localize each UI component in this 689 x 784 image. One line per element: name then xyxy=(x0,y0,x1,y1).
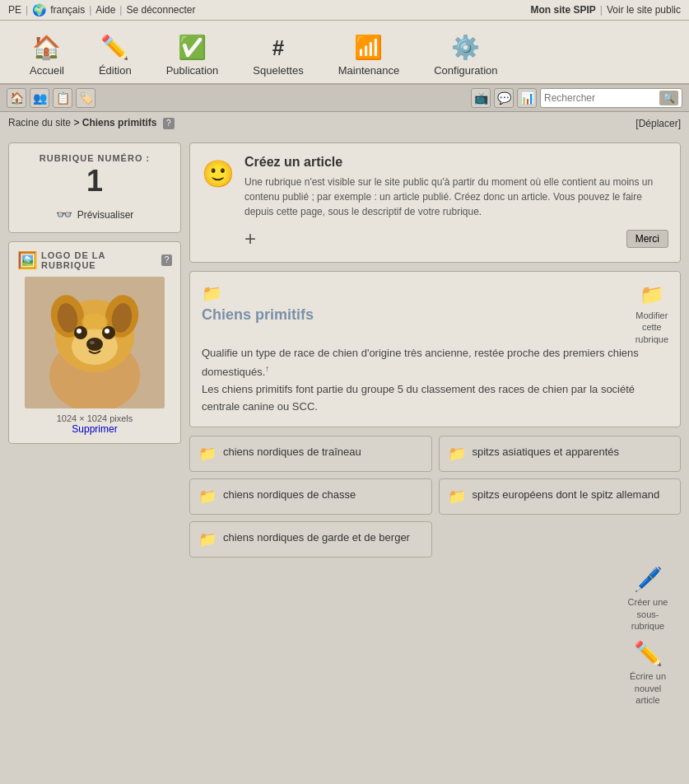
toolbar-chat-icon[interactable]: 💬 xyxy=(494,88,514,108)
deplacer-link[interactable]: [Déplacer] xyxy=(635,118,681,129)
subcat-folder-icon-1: 📁 xyxy=(448,445,466,463)
plus-icon[interactable]: + xyxy=(244,227,256,250)
toolbar-home-icon[interactable]: 🏠 xyxy=(7,88,26,108)
hash-icon: # xyxy=(272,35,284,61)
subcat-label-3: spitzs européens dont le spitz allemand xyxy=(473,488,660,502)
action-buttons: 🖊️ Créer unesous-rubrique ✏️ Écrire unno… xyxy=(189,566,681,706)
ecrire-article-icon: ✏️ xyxy=(634,640,663,667)
nav-bar: 🏠 Accueil ✏️ Édition ✅ Publication # Squ… xyxy=(0,21,689,85)
toolbar-left: 🏠 👥 📋 🏷️ xyxy=(7,88,95,108)
rubrique-section: 📁 Chiens primitifs 📁 Modifiercetterubriq… xyxy=(189,271,681,427)
nav-configuration[interactable]: ⚙️ Configuration xyxy=(421,27,510,83)
creer-sous-rubrique-button[interactable]: 🖊️ Créer unesous-rubrique xyxy=(615,566,681,632)
modifier-box[interactable]: 📁 Modifiercetterubrique xyxy=(635,283,668,345)
deconnecter-link[interactable]: Se déconnecter xyxy=(126,4,195,16)
toolbar-users-icon[interactable]: 👥 xyxy=(30,88,49,108)
nav-accueil[interactable]: 🏠 Accueil xyxy=(16,27,77,83)
nav-maintenance-label: Maintenance xyxy=(338,64,399,77)
wave-icon: 📶 xyxy=(354,34,383,61)
top-bar: PE | 🌍 français | Aide | Se déconnecter … xyxy=(0,0,689,21)
subcat-item[interactable]: 📁 chiens nordiques de chasse xyxy=(189,478,432,515)
subcat-label-4: chiens nordiques de garde et de berger xyxy=(223,530,410,545)
right-panel: 🙂 Créez un article Une rubrique n'est vi… xyxy=(189,142,681,706)
aide-link[interactable]: Aide xyxy=(95,4,115,16)
toolbar: 🏠 👥 📋 🏷️ 📺 💬 📊 🔍 xyxy=(0,85,689,112)
svg-point-12 xyxy=(86,338,103,351)
creer-rubrique-icon: 🖊️ xyxy=(634,566,663,593)
section-header: 📁 Chiens primitifs 📁 Modifiercetterubriq… xyxy=(202,283,668,345)
logo-header: 🖼️ LOGO DE LA RUBRIQUE ? xyxy=(17,250,172,270)
globe-icon: 🌍 xyxy=(32,3,46,16)
check-icon: ✅ xyxy=(178,34,207,61)
nav-squelettes-label: Squelettes xyxy=(253,64,303,77)
rubrique-title-area: 📁 Chiens primitifs xyxy=(202,283,314,332)
ecrire-article-label: Écrire unnouvelarticle xyxy=(630,670,666,706)
subcat-item[interactable]: 📁 spitzs asiatiques et apparentés xyxy=(439,436,682,472)
search-box[interactable]: 🔍 xyxy=(540,88,682,108)
rubrique-title: Chiens primitifs xyxy=(202,306,314,324)
section-folder-icon: 📁 xyxy=(202,283,314,303)
rubrique-label: RUBRIQUE NUMÉRO : xyxy=(19,153,170,163)
subcat-item[interactable]: 📁 chiens nordiques de garde et de berger xyxy=(189,521,432,558)
logo-add-icon: 🖼️ xyxy=(17,250,38,270)
nav-publication[interactable]: ✅ Publication xyxy=(153,27,232,83)
preview-label: Prévisualiser xyxy=(77,209,134,221)
toolbar-tag-icon[interactable]: 🏷️ xyxy=(76,88,95,108)
subcat-label-0: chiens nordiques de traîneau xyxy=(223,445,361,460)
nav-accueil-label: Accueil xyxy=(30,64,64,77)
subcat-folder-icon-0: 📁 xyxy=(198,445,216,463)
logo-box: 🖼️ LOGO DE LA RUBRIQUE ? xyxy=(8,241,181,444)
nav-maintenance[interactable]: 📶 Maintenance xyxy=(325,27,412,83)
edit-icon: ✏️ xyxy=(100,34,129,61)
svg-point-11 xyxy=(105,329,109,334)
dog-image xyxy=(25,277,165,408)
toolbar-stats-icon[interactable]: 📊 xyxy=(517,88,537,108)
img-info: 1024 × 1024 pixels xyxy=(17,413,172,423)
subcat-item[interactable]: 📁 chiens nordiques de traîneau xyxy=(189,436,432,472)
pe-label: PE xyxy=(8,4,21,16)
modifier-label: Modifiercetterubrique xyxy=(635,310,668,345)
subcat-folder-icon-3: 📁 xyxy=(448,488,466,506)
search-input[interactable] xyxy=(544,92,659,104)
svg-point-13 xyxy=(90,341,95,344)
mon-site-label: Mon site SPIP xyxy=(530,4,595,16)
svg-point-10 xyxy=(77,329,81,334)
breadcrumb: Racine du site > Chiens primitifs ? xyxy=(8,117,175,129)
nav-publication-label: Publication xyxy=(166,64,219,77)
top-bar-right: Mon site SPIP | Voir le site public xyxy=(530,4,681,16)
toolbar-tv-icon[interactable]: 📺 xyxy=(471,88,491,108)
svg-point-14 xyxy=(81,314,108,330)
preview-link[interactable]: 👓 Prévisualiser xyxy=(19,207,170,222)
nav-edition[interactable]: ✏️ Édition xyxy=(86,27,145,83)
create-article-box: 🙂 Créez un article Une rubrique n'est vi… xyxy=(189,142,681,263)
rubrique-num: 1 xyxy=(19,163,170,198)
logo-help-icon[interactable]: ? xyxy=(161,254,172,266)
lang-link[interactable]: français xyxy=(50,4,85,16)
subcat-folder-icon-2: 📁 xyxy=(198,488,216,506)
nav-edition-label: Édition xyxy=(99,64,132,77)
left-panel: RUBRIQUE NUMÉRO : 1 👓 Prévisualiser 🖼️ L… xyxy=(8,142,181,706)
create-article-text: Une rubrique n'est visible sur le site p… xyxy=(244,175,668,219)
create-article-content: Créez un article Une rubrique n'est visi… xyxy=(244,155,668,250)
nav-configuration-label: Configuration xyxy=(434,64,497,77)
preview-icon: 👓 xyxy=(56,207,72,222)
modifier-icon: 📁 xyxy=(640,283,664,306)
main-content: RUBRIQUE NUMÉRO : 1 👓 Prévisualiser 🖼️ L… xyxy=(0,134,689,714)
supprimer-link[interactable]: Supprimer xyxy=(17,423,172,435)
subcat-label-2: chiens nordiques de chasse xyxy=(223,488,356,502)
merci-button[interactable]: Merci xyxy=(626,230,668,248)
voir-public-link[interactable]: Voir le site public xyxy=(607,4,681,16)
nav-squelettes[interactable]: # Squelettes xyxy=(240,29,316,83)
subcat-folder-icon-4: 📁 xyxy=(198,530,216,548)
search-button[interactable]: 🔍 xyxy=(659,91,678,105)
ecrire-article-button[interactable]: ✏️ Écrire unnouvelarticle xyxy=(615,640,681,706)
toolbar-right: 📺 💬 📊 🔍 xyxy=(471,88,682,108)
top-bar-left: PE | 🌍 français | Aide | Se déconnecter xyxy=(8,3,196,16)
subcat-item[interactable]: 📁 spitzs européens dont le spitz alleman… xyxy=(439,478,682,515)
subcats-grid: 📁 chiens nordiques de traîneau 📁 spitzs … xyxy=(189,436,681,558)
subcat-label-1: spitzs asiatiques et apparentés xyxy=(473,445,620,460)
creer-rubrique-label: Créer unesous-rubrique xyxy=(628,596,668,632)
breadcrumb-root[interactable]: Racine du site xyxy=(8,117,71,128)
help-icon[interactable]: ? xyxy=(163,118,175,129)
toolbar-list-icon[interactable]: 📋 xyxy=(53,88,72,108)
